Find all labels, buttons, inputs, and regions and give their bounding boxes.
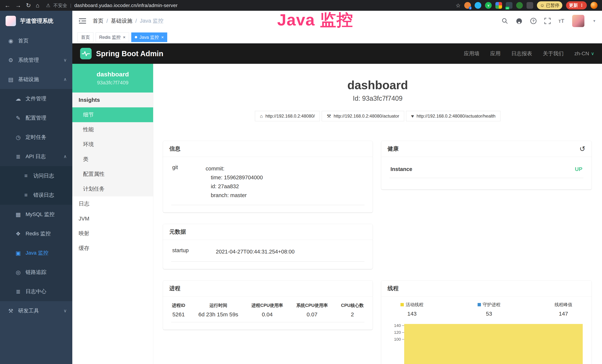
process-col-cores: CPU核心数 2: [341, 302, 364, 318]
sba-nav-applications[interactable]: 应用: [490, 50, 501, 57]
sba-item-details[interactable]: 细节: [72, 107, 153, 122]
forward-button[interactable]: →: [15, 2, 21, 8]
avatar-caret-icon[interactable]: ▾: [593, 19, 595, 23]
sidebar-item-dev-tools[interactable]: ⚒ 研发工具 ∨: [0, 301, 72, 321]
sba-item-environment[interactable]: 环境: [72, 137, 153, 152]
tab-redis-monitor[interactable]: Redis 监控 ×: [96, 32, 129, 42]
security-warning-icon[interactable]: ⚠: [46, 3, 50, 8]
sba-item-scheduled-tasks[interactable]: 计划任务: [72, 182, 153, 196]
sidebar-item-java-monitor[interactable]: ▣ Java 监控: [0, 243, 72, 263]
sba-item-jvm[interactable]: JVM: [72, 211, 153, 226]
sba-brand-title[interactable]: Spring Boot Admin: [96, 50, 163, 58]
infrastructure-icon: ▤: [7, 76, 14, 83]
close-icon[interactable]: ×: [123, 35, 126, 40]
extension-drop-icon[interactable]: [475, 2, 481, 9]
process-table: 进程ID 5261 运行时间 6d 23h 15m 59s 进程CPU使用率: [171, 302, 365, 322]
refresh-button[interactable]: ↻: [26, 2, 31, 8]
sidebar-item-access-logs[interactable]: ≡ 访问日志: [0, 166, 72, 185]
breadcrumb-home[interactable]: 首页: [93, 17, 103, 25]
sba-nav: 应用墙 应用 日志报表 关于我们 zh-CN ∨: [464, 50, 594, 57]
extension-v-icon[interactable]: v: [485, 2, 492, 9]
sidebar-item-mysql-monitor[interactable]: ▦ MySQL 监控: [0, 205, 72, 224]
user-avatar[interactable]: [572, 15, 584, 27]
cards-grid: 信息 git commit: time: 1596289704000 id: 2…: [163, 141, 592, 364]
sidebar-item-scheduled-tasks[interactable]: ◷ 定时任务: [0, 128, 72, 147]
instance-name: dashboard: [97, 71, 129, 78]
health-url-button[interactable]: ♥ http://192.168.0.2:48080/actuator/heal…: [406, 111, 500, 121]
app-logo-row[interactable]: 芋道管理系统: [0, 11, 72, 31]
address-bar[interactable]: ⚠ 不安全 | dashboard.yudao.iocoder.cn/infra…: [46, 2, 451, 9]
close-icon[interactable]: ×: [161, 35, 164, 40]
service-url-button[interactable]: ⌂ http://192.168.0.2:48080/: [255, 111, 320, 121]
monitor-icon: ▣: [15, 250, 22, 256]
sba-item-logs[interactable]: 日志: [72, 196, 153, 211]
back-button[interactable]: ←: [4, 2, 10, 8]
extension-switch-icon[interactable]: on: [506, 2, 512, 9]
sba-item-config-props[interactable]: 配置属性: [72, 167, 153, 182]
instance-card[interactable]: dashboard 93a3fc7f7409: [72, 64, 153, 93]
legend-live-threads: 活动线程 143: [400, 302, 423, 317]
health-card: 健康 ↺ Instance UP: [381, 141, 592, 190]
edit-icon: ✎: [15, 115, 22, 121]
tab-home[interactable]: 首页: [77, 32, 93, 42]
sba-item-mappings[interactable]: 映射: [72, 226, 153, 241]
locale-selector[interactable]: zh-CN ∨: [574, 51, 594, 57]
sidebar-item-config-management[interactable]: ✎ 配置管理: [0, 108, 72, 128]
sba-item-caches[interactable]: 缓存: [72, 241, 153, 256]
heart-icon: ♥: [411, 113, 414, 119]
threads-chart-plot: [404, 322, 583, 364]
browser-profile-avatar[interactable]: [591, 2, 598, 9]
sidebar-item-api-logs[interactable]: ≣ API 日志 ∧: [0, 147, 72, 166]
extension-leaf-icon[interactable]: [516, 2, 523, 9]
health-row-instance[interactable]: Instance UP: [389, 165, 583, 178]
cloud-icon: ☁: [15, 96, 22, 102]
log-center-icon: ≣: [15, 288, 22, 295]
sidebar-item-error-logs[interactable]: ≡ 错误日志: [0, 185, 72, 205]
extensions-puzzle-icon[interactable]: [527, 2, 533, 9]
extension-grid-icon[interactable]: [495, 2, 502, 9]
insights-section-label: Insights: [72, 93, 153, 107]
history-icon[interactable]: ↺: [579, 145, 585, 152]
legend-peak-threads: 线程峰值 147: [555, 302, 572, 317]
collapse-sidebar-icon[interactable]: [79, 18, 86, 24]
sidebar-item-home[interactable]: ◉ 首页: [0, 31, 72, 50]
legend-daemon-threads: 守护进程 53: [478, 302, 501, 317]
bookmark-star-icon[interactable]: ☆: [456, 2, 461, 9]
error-log-icon: ≡: [23, 192, 29, 198]
app-logo: [6, 16, 16, 26]
actuator-url-button[interactable]: ⚒ http://192.168.0.2:48080/actuator: [322, 111, 404, 121]
sidebar-item-tracing[interactable]: ◎ 链路追踪: [0, 263, 72, 282]
app-main-column: 首页 / 基础设施 / Java 监控: [72, 11, 602, 364]
sidebar-item-system-management[interactable]: ⚙ 系统管理 ∨: [0, 50, 72, 70]
fullscreen-icon[interactable]: [544, 18, 551, 24]
info-row-git: git commit: time: 1596289704000 id: 27aa…: [171, 162, 365, 205]
sba-nav-about[interactable]: 关于我们: [543, 50, 564, 57]
sidebar-item-redis-monitor[interactable]: ❖ Redis 监控: [0, 224, 72, 243]
sidebar-item-infrastructure[interactable]: ▤ 基础设施 ∧: [0, 70, 72, 89]
breadcrumb-infrastructure[interactable]: 基础设施: [111, 17, 132, 25]
status-badge: UP: [575, 166, 582, 172]
sba-item-metrics[interactable]: 性能: [72, 122, 153, 137]
font-size-icon[interactable]: тT: [559, 18, 564, 24]
breadcrumb: 首页 / 基础设施 / Java 监控: [93, 17, 163, 25]
sba-nav-wallboard[interactable]: 应用墙: [464, 50, 479, 57]
threads-card: 线程 活动线程 143: [381, 280, 592, 364]
extension-fox-icon[interactable]: 1: [464, 2, 471, 9]
browser-home-button[interactable]: ⌂: [36, 2, 39, 8]
sidebar-item-log-center[interactable]: ≣ 日志中心: [0, 282, 72, 301]
threads-legend: 活动线程 143 守护进程: [389, 302, 584, 317]
tab-java-monitor[interactable]: Java 监控 ×: [131, 32, 167, 42]
sba-item-classes[interactable]: 类: [72, 152, 153, 167]
tools-icon: ⚒: [7, 308, 14, 314]
url-text[interactable]: dashboard.yudao.iocoder.cn/infra/admin-s…: [74, 3, 178, 8]
github-icon[interactable]: [516, 18, 522, 24]
blue-legend-swatch: [478, 303, 481, 306]
paused-badge[interactable]: ☺ 已暂停: [537, 1, 562, 10]
sba-nav-journal[interactable]: 日志报表: [511, 50, 532, 57]
sidebar-item-file-management[interactable]: ☁ 文件管理: [0, 89, 72, 108]
yellow-legend-swatch: [400, 303, 404, 306]
search-icon[interactable]: [502, 18, 508, 24]
spring-boot-admin-logo-icon[interactable]: [80, 48, 92, 59]
update-button[interactable]: 更新 ⋮: [566, 1, 587, 10]
help-icon[interactable]: ?: [530, 18, 537, 24]
